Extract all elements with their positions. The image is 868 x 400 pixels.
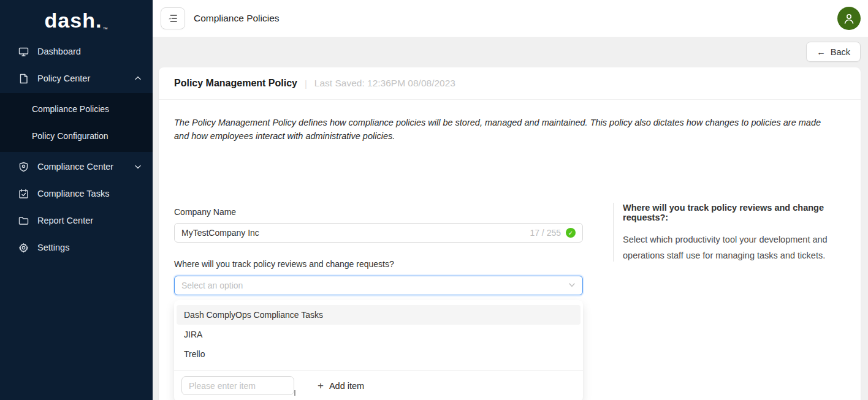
company-name-label: Company Name bbox=[174, 207, 236, 217]
sidebar-item-label: Dashboard bbox=[37, 47, 81, 56]
add-item-button[interactable]: + Add item bbox=[318, 380, 364, 391]
help-panel-body: Select which productivity tool your deve… bbox=[623, 232, 862, 263]
option-label: JIRA bbox=[184, 330, 202, 339]
trademark-mark: ™ bbox=[102, 26, 108, 32]
help-panel: Where will you track policy reviews and … bbox=[623, 203, 862, 263]
company-name-field: 17 / 255 ✓ bbox=[174, 223, 583, 243]
add-item-input[interactable] bbox=[181, 376, 294, 395]
option-label: Trello bbox=[184, 349, 205, 359]
calendar-check-icon bbox=[18, 189, 29, 199]
sidebar-item-report-center[interactable]: Report Center bbox=[0, 207, 153, 234]
folder-icon bbox=[18, 216, 29, 226]
back-button-label: Back bbox=[831, 47, 850, 57]
valid-check-icon: ✓ bbox=[566, 228, 576, 238]
hidden-element-edge bbox=[294, 390, 295, 396]
sidebar-nav: Dashboard Policy Center Compliance Polic… bbox=[0, 38, 153, 261]
tracking-select[interactable]: Select an option bbox=[174, 276, 583, 295]
policy-center-submenu: Compliance Policies Policy Configuration bbox=[0, 93, 153, 152]
option-label: Dash ComplyOps Compliance Tasks bbox=[184, 310, 323, 320]
sidebar-item-label: Settings bbox=[37, 243, 69, 252]
tracking-question-label: Where will you track policy reviews and … bbox=[174, 259, 394, 269]
chevron-down-icon bbox=[568, 280, 576, 291]
monitor-icon bbox=[18, 47, 29, 57]
menu-fold-icon bbox=[168, 14, 178, 23]
shield-icon bbox=[18, 162, 29, 172]
dropdown-option-trello[interactable]: Trello bbox=[177, 344, 581, 364]
char-counter: 17 / 255 bbox=[530, 228, 561, 238]
gear-icon bbox=[18, 243, 29, 253]
user-icon bbox=[842, 12, 856, 25]
sidebar-item-label: Compliance Center bbox=[37, 162, 113, 172]
select-placeholder: Select an option bbox=[181, 281, 568, 290]
add-item-label: Add item bbox=[329, 381, 364, 391]
topbar: Compliance Policies bbox=[153, 0, 868, 37]
policy-card-header: Policy Management Policy | Last Saved: 1… bbox=[159, 67, 861, 100]
main-content: ← Back Policy Management Policy | Last S… bbox=[153, 37, 868, 400]
page-title: Compliance Policies bbox=[194, 13, 280, 24]
tracking-dropdown-panel: Dash ComplyOps Compliance Tasks JIRA Tre… bbox=[174, 300, 583, 400]
sidebar-item-settings[interactable]: Settings bbox=[0, 234, 153, 261]
policy-card: Policy Management Policy | Last Saved: 1… bbox=[159, 67, 861, 400]
dropdown-footer: + Add item bbox=[174, 371, 583, 400]
last-saved-timestamp: Last Saved: 12:36PM 08/08/2023 bbox=[314, 78, 455, 89]
sidebar-item-policy-center[interactable]: Policy Center bbox=[0, 65, 153, 92]
sidebar-item-compliance-center[interactable]: Compliance Center bbox=[0, 153, 153, 180]
sidebar-item-label: Policy Configuration bbox=[32, 131, 108, 141]
sidebar-item-compliance-policies[interactable]: Compliance Policies bbox=[0, 96, 153, 123]
chevron-up-icon bbox=[134, 75, 142, 82]
title-separator: | bbox=[305, 78, 307, 89]
arrow-left-icon: ← bbox=[817, 47, 826, 57]
plus-icon: + bbox=[318, 380, 324, 391]
app-logo: dash.™ bbox=[0, 0, 153, 38]
sidebar-item-label: Compliance Policies bbox=[32, 104, 109, 114]
sidebar-item-dashboard[interactable]: Dashboard bbox=[0, 38, 153, 65]
menu-fold-button[interactable] bbox=[161, 7, 185, 29]
sidebar-item-label: Compliance Tasks bbox=[37, 189, 109, 198]
back-button[interactable]: ← Back bbox=[806, 42, 861, 62]
help-panel-divider bbox=[613, 203, 614, 262]
dropdown-options: Dash ComplyOps Compliance Tasks JIRA Tre… bbox=[174, 303, 583, 366]
sidebar-item-compliance-tasks[interactable]: Compliance Tasks bbox=[0, 180, 153, 207]
dropdown-option-jira[interactable]: JIRA bbox=[177, 325, 581, 344]
policy-title: Policy Management Policy bbox=[174, 78, 297, 89]
policy-card-body: The Policy Management Policy defines how… bbox=[159, 100, 861, 400]
sidebar: dash.™ Dashboard Policy Center Complianc… bbox=[0, 0, 153, 400]
policy-description: The Policy Management Policy defines how… bbox=[174, 116, 830, 143]
user-avatar[interactable] bbox=[837, 7, 861, 30]
app-logo-text: dash. bbox=[45, 9, 102, 32]
sidebar-item-label: Policy Center bbox=[37, 74, 90, 83]
sidebar-item-label: Report Center bbox=[37, 216, 93, 225]
company-name-input[interactable] bbox=[181, 228, 530, 238]
dropdown-option-dash-complyops[interactable]: Dash ComplyOps Compliance Tasks bbox=[177, 305, 581, 325]
sidebar-item-policy-configuration[interactable]: Policy Configuration bbox=[0, 123, 153, 149]
chevron-down-icon bbox=[134, 163, 142, 170]
document-icon bbox=[18, 74, 29, 84]
help-panel-heading: Where will you track policy reviews and … bbox=[623, 203, 862, 222]
